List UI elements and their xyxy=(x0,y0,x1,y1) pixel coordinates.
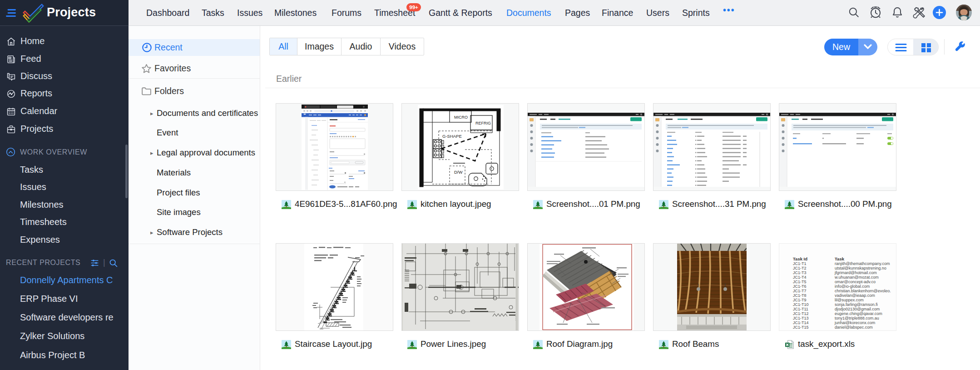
svg-text:REFRIG: REFRIG xyxy=(475,121,491,125)
svg-text:JC1-T1: JC1-T1 xyxy=(793,261,807,266)
svg-text:JC1-T9: JC1-T9 xyxy=(793,298,807,302)
svg-text:JC1-T3: JC1-T3 xyxy=(793,270,807,275)
svg-text:eugene.ching@qavar.com: eugene.ching@qavar.com xyxy=(835,311,882,316)
svg-text:MICRO: MICRO xyxy=(454,115,468,120)
svg-text:JC1-T8: JC1-T8 xyxy=(793,293,807,298)
svg-text:junhai@koreconx.com: junhai@koreconx.com xyxy=(834,320,875,325)
svg-text:JC1-T6: JC1-T6 xyxy=(793,284,807,289)
svg-text:JC1-T13: JC1-T13 xyxy=(793,316,809,320)
svg-text:djodjo02130@gmail.com: djodjo02130@gmail.com xyxy=(835,307,880,311)
svg-text:JC1-T10: JC1-T10 xyxy=(793,302,809,307)
svg-text:JC1-T12: JC1-T12 xyxy=(793,311,809,316)
svg-text:Task Id: Task Id xyxy=(793,256,807,261)
svg-text:vadivelan@ieaap.com: vadivelan@ieaap.com xyxy=(835,293,875,298)
svg-text:utstal@kunnskapstrening.no: utstal@kunnskapstrening.no xyxy=(835,266,886,270)
svg-text:JC1-T15: JC1-T15 xyxy=(793,325,809,330)
svg-text:JC1-T11: JC1-T11 xyxy=(793,307,808,311)
svg-text:omar@concept-adv.co: omar@concept-adv.co xyxy=(835,280,876,284)
svg-text:G-SHAPE: G-SHAPE xyxy=(442,134,462,139)
svg-text:JC1-T2: JC1-T2 xyxy=(793,266,807,270)
svg-text:lil@suppex.com: lil@suppex.com xyxy=(835,298,864,302)
svg-text:jfgrimard@hotmail.com: jfgrimard@hotmail.com xyxy=(834,270,877,275)
svg-text:christian.blankenhorn@evoleo.: christian.blankenhorn@evoleo. xyxy=(835,289,891,293)
svg-text:daniel@labspec.com: daniel@labspec.com xyxy=(835,325,873,330)
svg-text:sonja.farling@ramson.fi: sonja.farling@ramson.fi xyxy=(835,302,878,307)
svg-text:JC1-T5: JC1-T5 xyxy=(793,280,807,284)
svg-text:Task: Task xyxy=(835,256,845,261)
svg-text:JC1-T14: JC1-T14 xyxy=(793,320,809,325)
svg-text:tony1@triple888.com.au: tony1@triple888.com.au xyxy=(835,316,879,320)
svg-text:JC1-T4: JC1-T4 xyxy=(793,275,807,280)
svg-text:info@io-global.com: info@io-global.com xyxy=(835,284,870,289)
svg-text:D/W: D/W xyxy=(454,170,463,175)
svg-text:w.uhuanan@mozat.com: w.uhuanan@mozat.com xyxy=(834,275,879,280)
svg-text:ranjith@themathcompany.com: ranjith@themathcompany.com xyxy=(835,261,890,266)
svg-text:JC1-T7: JC1-T7 xyxy=(793,289,807,293)
